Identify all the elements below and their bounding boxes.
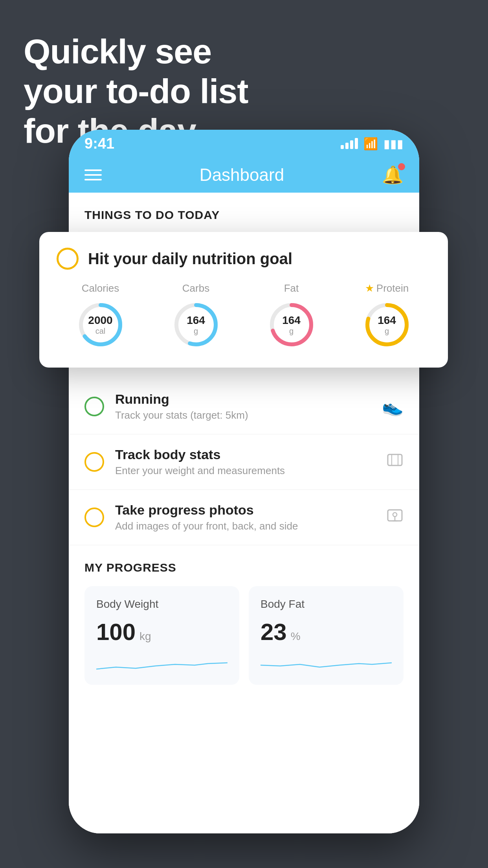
progress-title: MY PROGRESS <box>84 561 404 574</box>
svg-point-4 <box>393 513 397 517</box>
card-circle-check <box>57 248 79 270</box>
body-fat-value: 23 % <box>261 618 392 645</box>
signal-icon <box>341 138 358 149</box>
menu-button[interactable] <box>84 169 102 180</box>
body-weight-chart <box>96 653 227 673</box>
body-fat-card[interactable]: Body Fat 23 % <box>249 586 404 685</box>
body-weight-unit: kg <box>139 630 151 643</box>
nav-bar: Dashboard 🔔 <box>69 157 419 193</box>
running-icon: 👟 <box>382 396 404 417</box>
protein-unit: g <box>378 327 396 336</box>
svg-rect-0 <box>388 454 402 465</box>
card-header: Hit your daily nutrition goal <box>57 248 431 270</box>
todo-desc-photos: Add images of your front, back, and side <box>115 520 375 532</box>
status-icons: 📶 ▮▮▮ <box>341 137 404 151</box>
progress-section: MY PROGRESS Body Weight 100 kg <box>69 545 419 685</box>
todo-desc-running: Track your stats (target: 5km) <box>115 409 371 421</box>
todo-circle-body-stats <box>84 452 104 472</box>
protein-donut: 164 g <box>361 299 413 350</box>
body-weight-title: Body Weight <box>96 598 227 611</box>
calories-label: Calories <box>82 282 119 294</box>
nutrition-calories: Calories 2000 cal <box>75 282 126 350</box>
fat-label: Fat <box>284 282 299 294</box>
todo-item-body-stats[interactable]: Track body stats Enter your weight and m… <box>69 434 419 490</box>
todo-item-photos[interactable]: Take progress photos Add images of your … <box>69 490 419 545</box>
todo-circle-running <box>84 397 104 416</box>
calories-unit: cal <box>88 327 112 336</box>
protein-value: 164 <box>378 314 396 327</box>
todo-name-running: Running <box>115 392 371 407</box>
photos-icon <box>386 507 404 528</box>
carbs-value: 164 <box>187 314 205 327</box>
body-fat-chart <box>261 653 392 673</box>
todo-circle-photos <box>84 508 104 527</box>
nutrition-fat: Fat 164 g <box>266 282 317 350</box>
carbs-label: Carbs <box>182 282 209 294</box>
fat-unit: g <box>282 327 301 336</box>
notification-bell-button[interactable]: 🔔 <box>382 165 404 185</box>
calories-donut: 2000 cal <box>75 299 126 350</box>
section-header-today: THINGS TO DO TODAY <box>69 193 419 230</box>
wifi-icon: 📶 <box>363 137 378 151</box>
fat-donut: 164 g <box>266 299 317 350</box>
todo-list: Running Track your stats (target: 5km) 👟… <box>69 379 419 545</box>
todo-item-running[interactable]: Running Track your stats (target: 5km) 👟 <box>69 379 419 434</box>
nutrition-carbs: Carbs 164 g <box>171 282 222 350</box>
nutrition-protein: ★ Protein 164 g <box>361 282 413 350</box>
notification-dot <box>398 163 405 170</box>
todo-content-body-stats: Track body stats Enter your weight and m… <box>115 447 375 477</box>
body-fat-unit: % <box>291 630 301 643</box>
carbs-donut: 164 g <box>171 299 222 350</box>
card-title: Hit your daily nutrition goal <box>88 250 292 268</box>
body-weight-number: 100 <box>96 618 136 645</box>
todo-desc-body-stats: Enter your weight and measurements <box>115 465 375 477</box>
progress-cards: Body Weight 100 kg Body Fat 23 <box>84 586 404 685</box>
body-weight-card[interactable]: Body Weight 100 kg <box>84 586 239 685</box>
nav-title: Dashboard <box>200 165 284 185</box>
body-fat-number: 23 <box>261 618 287 645</box>
star-icon: ★ <box>365 282 374 294</box>
calories-value: 2000 <box>88 314 112 327</box>
body-weight-value: 100 kg <box>96 618 227 645</box>
nutrition-card: Hit your daily nutrition goal Calories 2… <box>39 232 448 368</box>
todo-name-photos: Take progress photos <box>115 502 375 518</box>
protein-label: ★ Protein <box>365 282 409 294</box>
battery-icon: ▮▮▮ <box>383 137 404 151</box>
body-fat-title: Body Fat <box>261 598 392 611</box>
todo-content-running: Running Track your stats (target: 5km) <box>115 392 371 421</box>
todo-name-body-stats: Track body stats <box>115 447 375 462</box>
section-title-today: THINGS TO DO TODAY <box>84 208 220 221</box>
status-time: 9:41 <box>84 135 114 152</box>
carbs-unit: g <box>187 327 205 336</box>
body-stats-icon <box>386 451 404 473</box>
status-bar: 9:41 📶 ▮▮▮ <box>69 130 419 157</box>
todo-content-photos: Take progress photos Add images of your … <box>115 502 375 532</box>
fat-value: 164 <box>282 314 301 327</box>
nutrition-grid: Calories 2000 cal Carbs <box>57 282 431 350</box>
